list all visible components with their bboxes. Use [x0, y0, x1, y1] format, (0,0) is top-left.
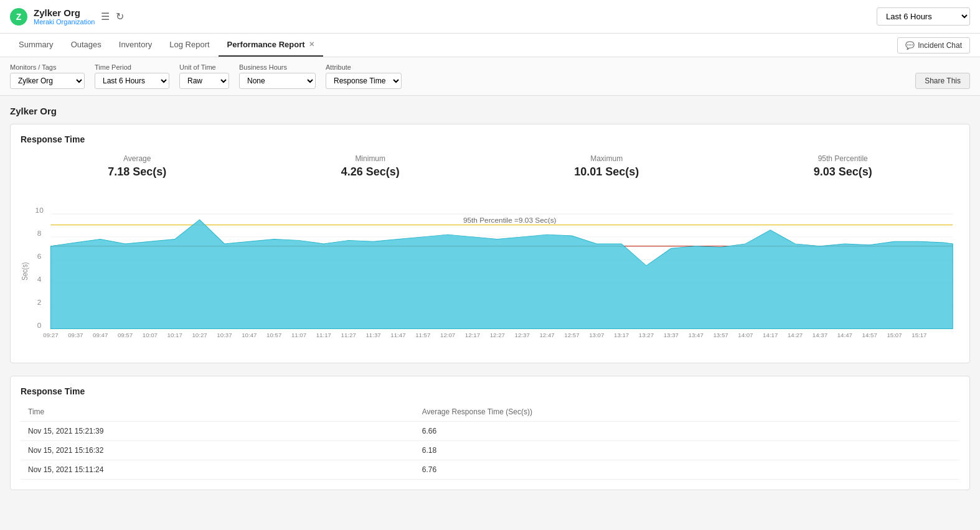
- cell-value: 6.76: [415, 460, 959, 480]
- monitors-label: Monitors / Tags: [10, 63, 85, 71]
- maximum-label: Maximum: [574, 154, 639, 163]
- svg-text:11:47: 11:47: [390, 333, 405, 338]
- minimum-value: 4.26 Sec(s): [341, 165, 400, 179]
- chart-title: Response Time: [21, 134, 959, 144]
- business-label: Business Hours: [239, 63, 316, 71]
- svg-text:10:47: 10:47: [242, 333, 257, 338]
- attribute-select[interactable]: Response Time Throughput: [326, 73, 402, 89]
- table-section: Response Time Time Average Response Time…: [10, 376, 970, 490]
- col-time: Time: [21, 402, 415, 422]
- average-value: 7.18 Sec(s): [108, 165, 166, 179]
- svg-text:0: 0: [37, 322, 42, 328]
- unit-label: Unit of Time: [179, 63, 229, 71]
- svg-text:12:07: 12:07: [440, 333, 455, 338]
- svg-text:14:57: 14:57: [862, 333, 877, 338]
- stat-minimum: Minimum 4.26 Sec(s): [341, 154, 400, 179]
- svg-text:8: 8: [37, 230, 42, 237]
- table-row: Nov 15, 2021 15:16:32 6.18: [21, 441, 959, 460]
- tab-close-icon[interactable]: ✕: [309, 40, 314, 49]
- tab-outages[interactable]: Outages: [62, 34, 110, 57]
- minimum-label: Minimum: [341, 154, 400, 163]
- svg-text:12:37: 12:37: [515, 333, 530, 338]
- business-select[interactable]: None Business Hours: [239, 73, 316, 89]
- nav-tabs: Summary Outages Inventory Log Report Per…: [0, 34, 980, 57]
- header: Z Zylker Org Meraki Organization ☰ ↻ Las…: [0, 0, 980, 34]
- monitors-select[interactable]: Zylker Org: [10, 73, 85, 89]
- section-title: Zylker Org: [10, 106, 970, 116]
- cell-time: Nov 15, 2021 15:21:39: [21, 422, 415, 441]
- svg-text:11:07: 11:07: [291, 333, 306, 338]
- filters-left: Monitors / Tags Zylker Org Time Period L…: [10, 63, 402, 89]
- svg-text:11:37: 11:37: [365, 333, 380, 338]
- svg-text:11:17: 11:17: [316, 333, 331, 338]
- svg-text:09:37: 09:37: [68, 333, 83, 338]
- filter-time-period: Time Period Last 6 Hours Last 12 Hours L…: [95, 63, 169, 89]
- share-button[interactable]: Share This: [915, 73, 970, 89]
- attribute-label: Attribute: [326, 63, 402, 71]
- svg-text:09:57: 09:57: [118, 333, 133, 338]
- svg-text:10:37: 10:37: [217, 333, 232, 338]
- unit-select[interactable]: Raw Hourly Daily: [179, 73, 229, 89]
- svg-text:13:17: 13:17: [614, 333, 629, 338]
- svg-text:11:27: 11:27: [341, 333, 356, 338]
- tab-summary[interactable]: Summary: [10, 34, 62, 57]
- stat-maximum: Maximum 10.01 Sec(s): [574, 154, 639, 179]
- percentile-label: 95th Percentile: [814, 154, 872, 163]
- svg-text:Sec(s): Sec(s): [21, 263, 29, 281]
- svg-text:12:27: 12:27: [490, 333, 505, 338]
- svg-text:09:27: 09:27: [43, 333, 58, 338]
- tab-inventory[interactable]: Inventory: [110, 34, 161, 57]
- refresh-icon[interactable]: ↻: [116, 11, 124, 22]
- filter-unit: Unit of Time Raw Hourly Daily: [179, 63, 229, 89]
- svg-text:13:57: 13:57: [713, 333, 728, 338]
- header-left: Z Zylker Org Meraki Organization ☰ ↻: [10, 7, 124, 26]
- svg-text:09:47: 09:47: [93, 333, 108, 338]
- tab-log-report[interactable]: Log Report: [161, 34, 218, 57]
- svg-text:95th Percentile =9.03 Sec(s): 95th Percentile =9.03 Sec(s): [463, 217, 557, 224]
- filter-business: Business Hours None Business Hours: [239, 63, 316, 89]
- svg-text:4: 4: [37, 276, 42, 283]
- filter-monitors: Monitors / Tags Zylker Org: [10, 63, 85, 89]
- nav-tabs-left: Summary Outages Inventory Log Report Per…: [10, 34, 323, 57]
- header-icons: ☰ ↻: [101, 11, 124, 22]
- svg-text:15:07: 15:07: [887, 333, 902, 338]
- svg-text:14:07: 14:07: [738, 333, 753, 338]
- svg-text:10:17: 10:17: [167, 333, 182, 338]
- svg-text:10: 10: [35, 207, 44, 214]
- maximum-value: 10.01 Sec(s): [574, 165, 639, 179]
- average-label: Average: [108, 154, 166, 163]
- org-icon: Z: [10, 8, 27, 26]
- cell-value: 6.66: [415, 422, 959, 441]
- svg-text:14:27: 14:27: [788, 333, 803, 338]
- svg-text:13:27: 13:27: [639, 333, 654, 338]
- svg-text:15:17: 15:17: [912, 333, 926, 338]
- cell-time: Nov 15, 2021 15:11:24: [21, 460, 415, 480]
- cell-time: Nov 15, 2021 15:16:32: [21, 441, 415, 460]
- stat-average: Average 7.18 Sec(s): [108, 154, 166, 179]
- table-row: Nov 15, 2021 15:11:24 6.76: [21, 460, 959, 480]
- svg-text:13:37: 13:37: [664, 333, 679, 338]
- filters-bar: Monitors / Tags Zylker Org Time Period L…: [0, 57, 980, 96]
- table-section-title: Response Time: [21, 386, 959, 396]
- main-content: Zylker Org Response Time Average 7.18 Se…: [0, 96, 980, 500]
- time-period-select[interactable]: Last 6 Hours Last 12 Hours Last 24 Hours…: [877, 7, 970, 26]
- svg-text:12:17: 12:17: [465, 333, 480, 338]
- percentile-value: 9.03 Sec(s): [814, 165, 872, 179]
- chart-svg: 0 2 4 6 8 10 Sec(s) 95th Percentile =9.0…: [21, 191, 959, 340]
- tab-performance-report[interactable]: Performance Report ✕: [219, 34, 323, 57]
- svg-text:10:07: 10:07: [143, 333, 158, 338]
- time-period-filter-select[interactable]: Last 6 Hours Last 12 Hours Last 24 Hours: [95, 73, 169, 89]
- org-sub: Meraki Organization: [34, 18, 95, 26]
- menu-icon[interactable]: ☰: [101, 11, 110, 22]
- svg-text:14:47: 14:47: [837, 333, 852, 338]
- org-info: Zylker Org Meraki Organization: [34, 7, 95, 26]
- svg-text:12:47: 12:47: [539, 333, 554, 338]
- incident-chat-button[interactable]: 💬 Incident Chat: [897, 37, 970, 53]
- header-right: Last 6 Hours Last 12 Hours Last 24 Hours…: [877, 7, 970, 26]
- time-period-label: Time Period: [95, 63, 169, 71]
- svg-text:2: 2: [37, 299, 42, 306]
- col-value: Average Response Time (Sec(s)): [415, 402, 959, 422]
- chart-card: Response Time Average 7.18 Sec(s) Minimu…: [10, 124, 970, 363]
- chat-icon: 💬: [905, 41, 915, 50]
- svg-text:6: 6: [37, 253, 42, 260]
